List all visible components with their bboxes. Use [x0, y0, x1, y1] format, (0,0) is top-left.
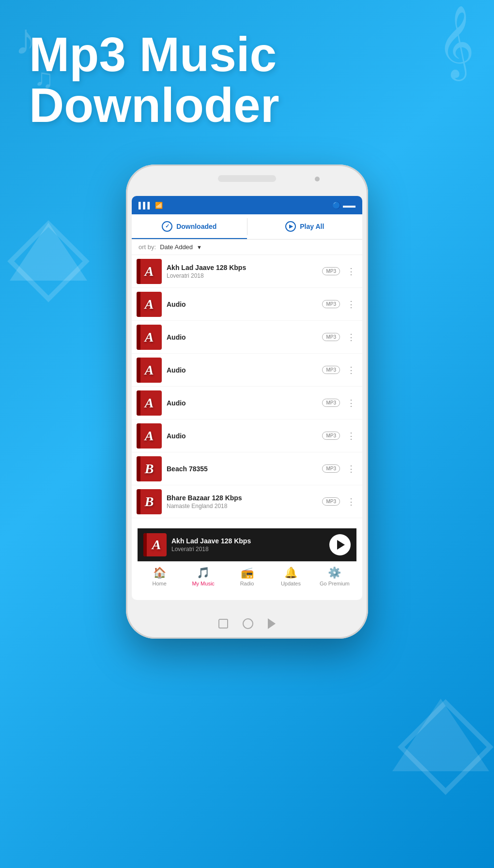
song-badge-7: MP3: [322, 464, 340, 473]
song-letter-2: A: [145, 297, 154, 312]
song-item-8[interactable]: B Bhare Bazaar 128 Kbps Namaste England …: [132, 485, 362, 518]
check-icon: ✓: [162, 221, 172, 232]
phone-screen: ▌▌▌ 📶 🔵 ▬▬ ✓ Downloaded ▶: [132, 196, 362, 600]
song-title-5: Audio: [167, 399, 317, 407]
nav-item-premium[interactable]: ⚙️ Go Premium: [313, 567, 356, 586]
bluetooth-icon: 🔵: [332, 201, 340, 209]
song-menu-5[interactable]: ⋮: [345, 396, 357, 410]
song-subtitle-1: Loveratri 2018: [167, 272, 317, 279]
phone-outer: ▌▌▌ 📶 🔵 ▬▬ ✓ Downloaded ▶: [126, 165, 368, 639]
nav-icon-home: 🏠: [153, 567, 166, 579]
song-badge-5: MP3: [322, 399, 340, 407]
mini-player-thumb: A: [143, 533, 167, 556]
song-item-7[interactable]: B Beach 78355 MP3 ⋮: [132, 452, 362, 485]
song-info-7: Beach 78355: [167, 465, 317, 473]
sort-value: Date Added: [160, 243, 193, 251]
song-menu-3[interactable]: ⋮: [345, 330, 357, 344]
nav-label-my_music: My Music: [192, 581, 214, 586]
song-item-4[interactable]: A Audio MP3 ⋮: [132, 354, 362, 387]
status-left: ▌▌▌ 📶: [139, 202, 163, 209]
nav-label-radio: Radio: [240, 581, 254, 586]
song-letter-8: B: [145, 494, 154, 509]
mini-play-button[interactable]: [329, 534, 351, 555]
song-info-8: Bhare Bazaar 128 Kbps Namaste England 20…: [167, 494, 317, 509]
nav-item-updates[interactable]: 🔔 Updates: [269, 567, 312, 586]
song-menu-2[interactable]: ⋮: [345, 297, 357, 312]
song-badge-1: MP3: [322, 267, 340, 275]
song-item-1[interactable]: A Akh Lad Jaave 128 Kbps Loveratri 2018 …: [132, 255, 362, 288]
nav-label-premium: Go Premium: [320, 581, 350, 586]
song-badge-3: MP3: [322, 333, 340, 341]
tab-downloaded[interactable]: ✓ Downloaded: [132, 214, 247, 239]
phone-camera: [315, 177, 320, 181]
song-menu-7[interactable]: ⋮: [345, 462, 357, 476]
song-title-3: Audio: [167, 333, 317, 341]
song-letter-1: A: [145, 264, 154, 279]
song-info-6: Audio: [167, 432, 317, 440]
song-item-5[interactable]: A Audio MP3 ⋮: [132, 387, 362, 419]
song-item-3[interactable]: A Audio MP3 ⋮: [132, 321, 362, 354]
nav-icon-my_music: 🎵: [197, 567, 210, 579]
song-list: A Akh Lad Jaave 128 Kbps Loveratri 2018 …: [132, 255, 362, 518]
nav-item-home[interactable]: 🏠 Home: [138, 567, 181, 586]
song-subtitle-8: Namaste England 2018: [167, 503, 317, 509]
song-info-4: Audio: [167, 366, 317, 374]
mini-player-info: Akh Lad Jaave 128 Kbps Loveratri 2018: [171, 537, 324, 553]
tab-bar: ✓ Downloaded ▶ Play All: [132, 214, 362, 239]
song-title-2: Audio: [167, 300, 317, 308]
nav-item-radio[interactable]: 📻 Radio: [225, 567, 269, 586]
nav-icon-updates: 🔔: [284, 567, 297, 579]
play-all-icon: ▶: [285, 221, 296, 232]
song-letter-3: A: [145, 329, 154, 345]
app-title: Mp3 Music Downloder: [29, 29, 465, 131]
mini-player-subtitle: Loveratri 2018: [171, 546, 324, 553]
title-line1: Mp3 Music: [29, 27, 277, 81]
nav-icon-premium: ⚙️: [328, 567, 341, 579]
back-button: [218, 619, 228, 629]
tab-play-all[interactable]: ▶ Play All: [247, 214, 363, 239]
nav-label-updates: Updates: [281, 581, 301, 586]
song-title-1: Akh Lad Jaave 128 Kbps: [167, 264, 317, 271]
sort-label: ort by:: [139, 243, 156, 251]
nav-label-home: Home: [153, 581, 167, 586]
play-all-label: Play All: [300, 223, 324, 230]
song-menu-4[interactable]: ⋮: [345, 363, 357, 377]
song-menu-1[interactable]: ⋮: [345, 264, 357, 279]
song-letter-4: A: [145, 362, 154, 378]
song-title-7: Beach 78355: [167, 465, 317, 473]
song-menu-8[interactable]: ⋮: [345, 494, 357, 509]
home-button: [243, 618, 253, 629]
sort-arrow[interactable]: ▼: [197, 244, 202, 250]
song-info-3: Audio: [167, 333, 317, 341]
song-info-2: Audio: [167, 300, 317, 308]
phone-notch: [218, 175, 276, 182]
status-bar: ▌▌▌ 📶 🔵 ▬▬: [132, 196, 362, 214]
song-menu-6[interactable]: ⋮: [345, 429, 357, 443]
status-right: 🔵 ▬▬: [332, 201, 355, 209]
header-section: Mp3 Music Downloder: [29, 29, 465, 131]
song-badge-8: MP3: [322, 497, 340, 506]
title-line2: Downloder: [29, 78, 279, 132]
song-thumb-8: B: [137, 489, 162, 514]
sort-bar: ort by: Date Added ▼: [132, 239, 362, 255]
song-item-2[interactable]: A Audio MP3 ⋮: [132, 288, 362, 321]
nav-item-my_music[interactable]: 🎵 My Music: [181, 567, 225, 586]
mini-player[interactable]: A Akh Lad Jaave 128 Kbps Loveratri 2018: [138, 528, 356, 561]
song-letter-6: A: [145, 428, 154, 444]
phone-mockup: ▌▌▌ 📶 🔵 ▬▬ ✓ Downloaded ▶: [126, 165, 368, 648]
nav-icon-radio: 📻: [241, 567, 254, 579]
song-thumb-1: A: [137, 259, 162, 284]
song-info-5: Audio: [167, 399, 317, 407]
song-info-1: Akh Lad Jaave 128 Kbps Loveratri 2018: [167, 264, 317, 279]
bottom-nav: 🏠 Home 🎵 My Music 📻 Radio 🔔 Updates ⚙️ G…: [138, 561, 356, 600]
wifi-icon: 📶: [155, 202, 163, 209]
song-badge-4: MP3: [322, 366, 340, 374]
song-badge-2: MP3: [322, 300, 340, 308]
song-thumb-4: A: [137, 358, 162, 383]
battery-icon: ▬▬: [343, 202, 355, 209]
song-letter-7: B: [145, 461, 154, 477]
downloaded-label: Downloaded: [176, 223, 216, 230]
song-thumb-5: A: [137, 390, 162, 416]
mini-thumb-letter: A: [152, 537, 161, 553]
song-item-6[interactable]: A Audio MP3 ⋮: [132, 419, 362, 452]
